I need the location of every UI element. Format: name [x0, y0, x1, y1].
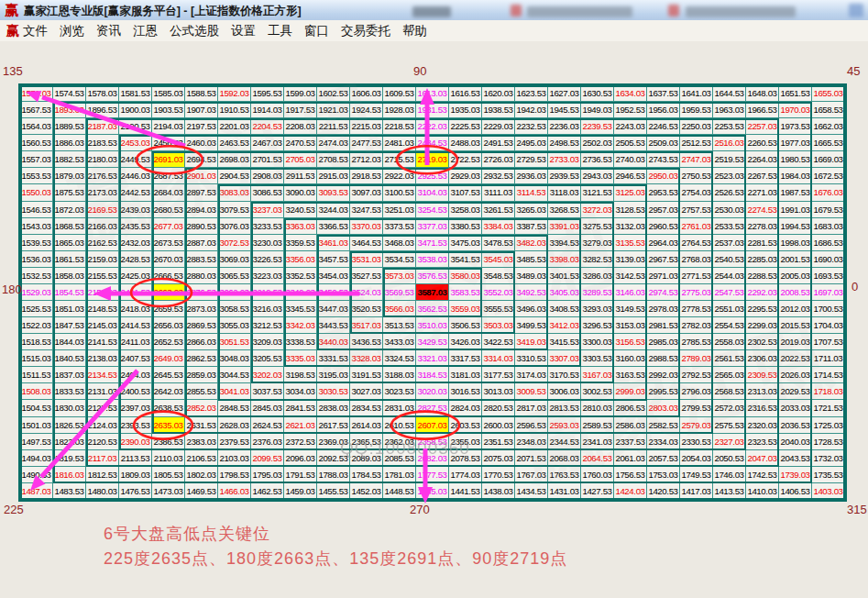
- cell-r24c7[interactable]: 1462.53: [251, 483, 284, 500]
- cell-r5c19[interactable]: 2950.03: [647, 168, 680, 184]
- cell-r24c1[interactable]: 1483.53: [53, 483, 86, 500]
- cell-r11c12[interactable]: 3576.53: [416, 268, 449, 284]
- cell-r3c24[interactable]: 1665.53: [812, 135, 845, 151]
- cell-r18c7[interactable]: 3037.53: [251, 383, 284, 400]
- menu-item-4[interactable]: 江恩: [133, 23, 158, 39]
- cell-r13c15[interactable]: 3496.03: [515, 301, 548, 317]
- cell-r11c22[interactable]: 2288.53: [746, 268, 779, 284]
- cell-r19c10[interactable]: 2834.53: [350, 400, 383, 416]
- cell-r15c8[interactable]: 3338.53: [284, 334, 317, 350]
- cell-r1c22[interactable]: 1966.53: [746, 102, 779, 118]
- cell-r19c3[interactable]: 2397.03: [119, 400, 152, 416]
- cell-r16c4[interactable]: 2649.03: [152, 350, 185, 367]
- cell-r21c10[interactable]: 2365.53: [350, 434, 383, 450]
- cell-r3c8[interactable]: 2470.53: [284, 135, 317, 151]
- cell-r19c2[interactable]: 2127.53: [86, 400, 119, 416]
- cell-r11c17[interactable]: 3286.03: [581, 268, 614, 284]
- cell-r2c7[interactable]: 2204.53: [251, 118, 284, 135]
- cell-r0c16[interactable]: 1627.03: [548, 85, 581, 102]
- cell-r0c5[interactable]: 1588.53: [185, 85, 218, 102]
- cell-r10c10[interactable]: 3531.03: [350, 251, 383, 268]
- cell-r24c19[interactable]: 1420.53: [647, 483, 680, 500]
- cell-r22c10[interactable]: 2089.03: [350, 450, 383, 467]
- cell-r7c3[interactable]: 2439.03: [119, 202, 152, 218]
- cell-r12c5[interactable]: 2876.53: [185, 284, 218, 301]
- cell-r3c10[interactable]: 2477.53: [350, 135, 383, 151]
- cell-r20c10[interactable]: 2614.03: [350, 417, 383, 434]
- cell-r20c12[interactable]: 2607.03: [416, 417, 449, 434]
- cell-r8c20[interactable]: 2761.03: [680, 218, 713, 235]
- cell-r15c0[interactable]: 1518.53: [20, 334, 53, 350]
- cell-r23c2[interactable]: 1812.53: [86, 467, 119, 483]
- cell-r4c14[interactable]: 2726.03: [482, 151, 515, 168]
- cell-r15c6[interactable]: 3051.53: [218, 334, 251, 350]
- cell-r11c6[interactable]: 3065.53: [218, 268, 251, 284]
- cell-r10c4[interactable]: 2670.03: [152, 251, 185, 268]
- cell-r11c0[interactable]: 1532.53: [20, 268, 53, 284]
- cell-r8c13[interactable]: 3380.53: [449, 218, 482, 235]
- cell-r9c10[interactable]: 3464.53: [350, 235, 383, 251]
- cell-r8c9[interactable]: 3366.53: [317, 218, 350, 235]
- cell-r4c10[interactable]: 2712.03: [350, 151, 383, 168]
- cell-r17c15[interactable]: 3174.03: [515, 367, 548, 383]
- cell-r12c10[interactable]: 3524.03: [350, 284, 383, 301]
- cell-r4c4[interactable]: 2691.03: [152, 151, 185, 168]
- cell-r14c4[interactable]: 2656.03: [152, 317, 185, 334]
- cell-r6c7[interactable]: 3086.53: [251, 184, 284, 201]
- cell-r7c11[interactable]: 3251.03: [383, 202, 416, 218]
- cell-r24c9[interactable]: 1455.53: [317, 483, 350, 500]
- cell-r7c10[interactable]: 3247.53: [350, 202, 383, 218]
- cell-r14c3[interactable]: 2414.53: [119, 317, 152, 334]
- cell-r17c3[interactable]: 2404.03: [119, 367, 152, 383]
- cell-r7c17[interactable]: 3272.03: [581, 202, 614, 218]
- cell-r4c23[interactable]: 1980.53: [779, 151, 812, 168]
- cell-r20c3[interactable]: 2393.53: [119, 417, 152, 434]
- cell-r18c21[interactable]: 2568.53: [713, 383, 746, 400]
- cell-r10c11[interactable]: 3534.53: [383, 251, 416, 268]
- cell-r20c1[interactable]: 1826.53: [53, 417, 86, 434]
- cell-r9c24[interactable]: 1686.53: [812, 235, 845, 251]
- cell-r15c23[interactable]: 2019.03: [779, 334, 812, 350]
- menu-item-8[interactable]: 窗口: [304, 23, 329, 39]
- cell-r14c1[interactable]: 1847.53: [53, 317, 86, 334]
- cell-r12c24[interactable]: 1697.03: [812, 284, 845, 301]
- cell-r22c21[interactable]: 2050.53: [713, 450, 746, 467]
- cell-r12c12[interactable]: 3587.03: [416, 284, 449, 301]
- cell-r3c21[interactable]: 2516.03: [713, 135, 746, 151]
- cell-r5c14[interactable]: 2932.53: [482, 168, 515, 184]
- cell-r19c21[interactable]: 2572.03: [713, 400, 746, 416]
- cell-r2c24[interactable]: 1662.03: [812, 118, 845, 135]
- cell-r15c14[interactable]: 3422.53: [482, 334, 515, 350]
- cell-r0c3[interactable]: 1581.53: [119, 85, 152, 102]
- cell-r1c13[interactable]: 1935.03: [449, 102, 482, 118]
- cell-r20c2[interactable]: 2124.03: [86, 417, 119, 434]
- cell-r23c20[interactable]: 1749.53: [680, 467, 713, 483]
- cell-r24c21[interactable]: 1413.53: [713, 483, 746, 500]
- cell-r22c23[interactable]: 2043.53: [779, 450, 812, 467]
- cell-r23c11[interactable]: 1781.03: [383, 467, 416, 483]
- cell-r13c2[interactable]: 2148.53: [86, 301, 119, 317]
- cell-r8c7[interactable]: 3233.53: [251, 218, 284, 235]
- cell-r15c3[interactable]: 2411.03: [119, 334, 152, 350]
- cell-r19c8[interactable]: 2841.53: [284, 400, 317, 416]
- cell-r16c17[interactable]: 3303.53: [581, 350, 614, 367]
- menu-item-6[interactable]: 设置: [231, 23, 256, 39]
- blurred-window-button[interactable]: [849, 4, 863, 17]
- cell-r13c16[interactable]: 3408.53: [548, 301, 581, 317]
- cell-r15c5[interactable]: 2866.03: [185, 334, 218, 350]
- cell-r5c1[interactable]: 1879.03: [53, 168, 86, 184]
- cell-r23c5[interactable]: 1802.03: [185, 467, 218, 483]
- cell-r4c13[interactable]: 2722.53: [449, 151, 482, 168]
- cell-r22c24[interactable]: 1732.03: [812, 450, 845, 467]
- cell-r16c2[interactable]: 2138.03: [86, 350, 119, 367]
- cell-r7c2[interactable]: 2169.53: [86, 202, 119, 218]
- cell-r15c10[interactable]: 3436.53: [350, 334, 383, 350]
- cell-r12c20[interactable]: 2775.03: [680, 284, 713, 301]
- cell-r12c9[interactable]: 3450.53: [317, 284, 350, 301]
- cell-r16c12[interactable]: 3321.03: [416, 350, 449, 367]
- cell-r13c14[interactable]: 3555.53: [482, 301, 515, 317]
- cell-r11c21[interactable]: 2544.03: [713, 268, 746, 284]
- cell-r13c12[interactable]: 3562.53: [416, 301, 449, 317]
- cell-r20c20[interactable]: 2579.03: [680, 417, 713, 434]
- cell-r17c23[interactable]: 2026.03: [779, 367, 812, 383]
